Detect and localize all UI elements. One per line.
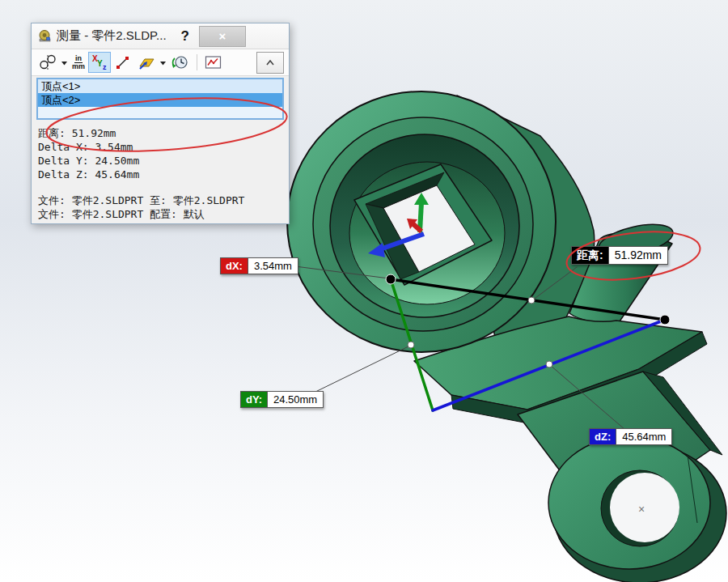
leader-anchor-dz xyxy=(546,361,552,367)
distance-tag: 距离: xyxy=(572,247,608,264)
xyz-measure-icon: X Y z xyxy=(91,53,108,71)
dy-leader-line xyxy=(312,346,410,393)
leader-anchor-dy xyxy=(408,342,414,348)
dz-value: 45.64mm xyxy=(616,429,671,444)
selection-item-vertex1[interactable]: 顶点<1> xyxy=(38,79,282,93)
dx-value: 3.54mm xyxy=(248,258,298,274)
units-button[interactable]: in mm xyxy=(70,52,87,73)
leader-anchor-distance xyxy=(528,297,535,304)
dx-tag: dX: xyxy=(221,258,248,274)
dy-tag: dY: xyxy=(241,392,267,407)
vertex-1-point[interactable] xyxy=(386,274,396,284)
cursor-marker: × xyxy=(638,503,645,516)
xyz-measure-button[interactable]: X Y z xyxy=(88,52,111,73)
measure-history-icon xyxy=(171,53,189,71)
tape-measure-icon xyxy=(38,29,52,43)
result-delta-x: Delta X: 3.54mm xyxy=(38,140,282,154)
selection-listbox[interactable]: 顶点<1> 顶点<2> xyxy=(36,78,284,120)
units-in-label: in xyxy=(74,55,83,63)
dz-callout[interactable]: dZ: 45.64mm xyxy=(589,428,672,445)
measure-dialog: 测量 - 零件2.SLDP... ? × in mm xyxy=(31,23,290,224)
measurement-chart-icon xyxy=(204,53,222,71)
projection-button[interactable] xyxy=(134,52,158,73)
result-distance: 距离: 51.92mm xyxy=(38,126,282,140)
projection-plane-icon xyxy=(137,53,155,71)
measure-toolbar: in mm X Y z xyxy=(32,49,289,76)
result-file-config: 文件: 零件2.SLDPRT 配置: 默认 xyxy=(38,207,282,221)
measure-history-button[interactable] xyxy=(168,52,192,73)
toolbar-separator xyxy=(197,54,197,70)
dz-tag: dZ: xyxy=(590,429,616,444)
selection-item-vertex2[interactable]: 顶点<2> xyxy=(38,93,282,107)
distance-callout[interactable]: 距离: 51.92mm xyxy=(571,246,668,265)
arc-measure-dropdown[interactable] xyxy=(60,52,68,73)
solidworks-viewport[interactable]: × dX: 3.54mm dY: 24.50mm dZ: 45.64mm 距离:… xyxy=(0,0,728,582)
results-panel: 距离: 51.92mm Delta X: 3.54mm Delta Y: 24.… xyxy=(32,120,289,221)
dy-callout[interactable]: dY: 24.50mm xyxy=(240,391,324,408)
projection-dropdown[interactable] xyxy=(159,52,167,73)
dy-value: 24.50mm xyxy=(267,392,323,407)
result-file-from-to: 文件: 零件2.SLDPRT 至: 零件2.SLDPRT xyxy=(38,193,282,207)
vertex-2-point[interactable] xyxy=(660,315,670,325)
arc-measure-icon xyxy=(39,53,57,71)
distance-value: 51.92mm xyxy=(608,247,667,264)
svg-text:Y: Y xyxy=(97,59,103,68)
svg-text:z: z xyxy=(103,63,107,71)
units-mm-label: mm xyxy=(72,63,85,70)
point-to-point-icon xyxy=(114,53,131,71)
result-delta-z: Delta Z: 45.64mm xyxy=(38,168,282,181)
arc-measure-button[interactable] xyxy=(36,52,59,73)
dx-callout[interactable]: dX: 3.54mm xyxy=(220,257,298,274)
collapse-panel-button[interactable] xyxy=(256,52,284,74)
dialog-titlebar[interactable]: 测量 - 零件2.SLDP... ? × xyxy=(32,23,289,49)
close-button[interactable]: × xyxy=(199,26,246,47)
caret-down-icon xyxy=(61,59,68,66)
caret-down-icon xyxy=(159,59,167,66)
help-button[interactable]: ? xyxy=(181,28,189,45)
point-to-point-button[interactable] xyxy=(112,52,133,73)
result-delta-y: Delta Y: 24.50mm xyxy=(38,154,282,168)
dialog-title: 测量 - 零件2.SLDP... xyxy=(57,28,167,44)
measurement-chart-button[interactable] xyxy=(201,52,225,73)
units-in-mm-icon: in mm xyxy=(72,55,85,70)
chevron-up-icon xyxy=(265,58,276,66)
part-body[interactable] xyxy=(287,91,726,582)
